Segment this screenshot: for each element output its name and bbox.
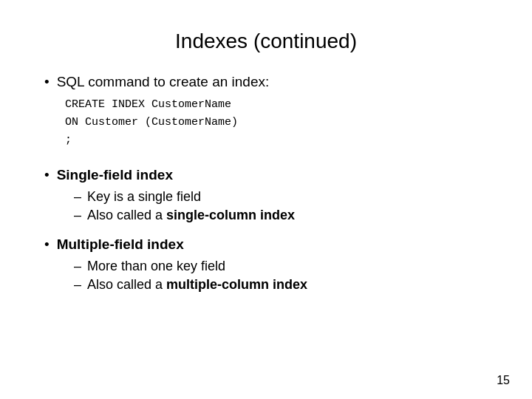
bullet-2-label: Single-field index xyxy=(57,167,173,183)
sub-text-2-2: Also called a single-column index xyxy=(87,208,295,223)
sub-bullet-2-1: – Key is a single field xyxy=(74,189,488,205)
bullet-1: • SQL command to create an index: CREATE… xyxy=(44,74,488,154)
sub-text-3-1: More than one key field xyxy=(87,259,225,274)
code-block: CREATE INDEX CustomerName ON Customer (C… xyxy=(65,96,488,149)
code-line-2: ON Customer (CustomerName) xyxy=(65,114,488,132)
bullet-2-main: • Single-field index xyxy=(44,167,488,183)
bullet-3-label: Multiple-field index xyxy=(57,236,184,252)
sub-dash-2-1: – xyxy=(74,189,81,205)
content: • SQL command to create an index: CREATE… xyxy=(44,74,488,377)
bullet-3-text: Multiple-field index xyxy=(57,236,184,253)
code-line-3: ; xyxy=(65,132,488,149)
sub-text-2-1: Key is a single field xyxy=(87,189,201,205)
sub-bullet-3-2: – Also called a multiple-column index xyxy=(74,277,488,293)
slide: Indexes (continued) • SQL command to cre… xyxy=(0,0,532,399)
bullet-3-subs: – More than one key field – Also called … xyxy=(74,259,488,293)
page-number: 15 xyxy=(497,374,510,387)
sub-bullet-3-1: – More than one key field xyxy=(74,259,488,274)
sub-bullet-2-2: – Also called a single-column index xyxy=(74,208,488,223)
bullet-3-main: • Multiple-field index xyxy=(44,236,488,253)
bullet-1-main: • SQL command to create an index: xyxy=(44,74,488,90)
sub-text-3-2: Also called a multiple-column index xyxy=(87,277,307,293)
bullet-3: • Multiple-field index – More than one k… xyxy=(44,236,488,293)
multiple-column-bold: multiple-column index xyxy=(166,277,307,292)
bullet-2: • Single-field index – Key is a single f… xyxy=(44,167,488,223)
sub-dash-3-2: – xyxy=(74,277,81,293)
single-column-bold: single-column index xyxy=(166,208,295,222)
sub-dash-3-1: – xyxy=(74,259,81,274)
slide-title: Indexes (continued) xyxy=(44,30,488,53)
bullet-dot-3: • xyxy=(44,236,50,253)
bullet-dot-1: • xyxy=(44,74,50,90)
bullet-2-subs: – Key is a single field – Also called a … xyxy=(74,189,488,223)
bullet-1-text: SQL command to create an index: xyxy=(57,74,270,90)
bullet-dot-2: • xyxy=(44,167,50,183)
sub-dash-2-2: – xyxy=(74,208,81,223)
bullet-2-text: Single-field index xyxy=(57,167,173,183)
code-line-1: CREATE INDEX CustomerName xyxy=(65,96,488,114)
